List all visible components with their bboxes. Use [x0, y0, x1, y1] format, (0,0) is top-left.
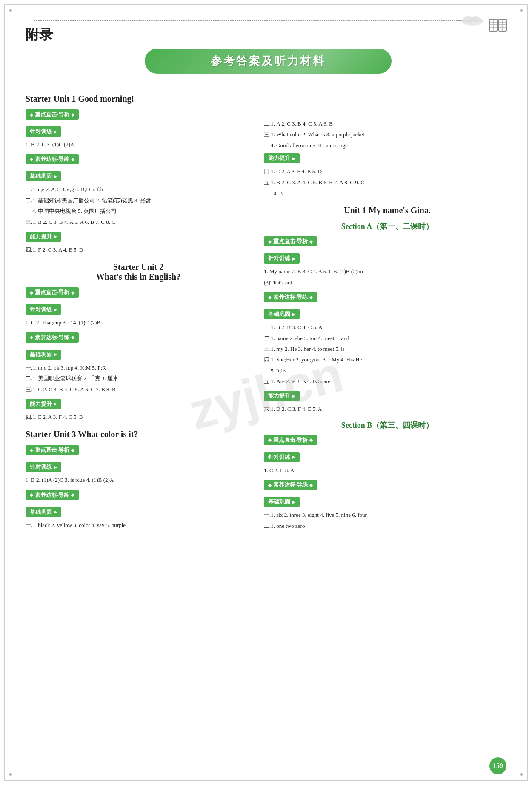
u1-jichu-line6: 五.1. Are 2. is 3. is 4. Is 5. are [264, 376, 511, 386]
unit1b-tag2-content: 1. C 2. B 3. A [264, 465, 511, 475]
nengli-content-2: 四.1. E 2. A 3. F 4. C 5. B [26, 412, 251, 422]
unit1-jichu-block: 基础巩固 一.1. B 2. B 3. C 4. C 5. A 二.1. nam… [264, 307, 511, 386]
starter-unit2-tag1-block: 重点直击·导析 [26, 285, 251, 300]
u1-jichu-line1: 一.1. B 2. B 3. C 4. C 5. A [264, 322, 511, 332]
starter-unit1-nengli-block: 能力提升 四.1. F 2. C 3. A 4. E 5. D [26, 229, 251, 255]
starter-unit1-tag2-block: 针对训练 1. B 2. C 3. (1)C (2)A [26, 124, 251, 149]
su1-right-line1: 二.1. A 2. C 3. B 4. C 5. A 6. B [264, 119, 511, 129]
starter-unit2-tag3-block: 素养达标·导练 [26, 330, 251, 345]
tag-zhendui-u1b: 针对训练 [264, 452, 300, 462]
starter-unit2-nengli-block: 能力提升 四.1. E 2. A 3. F 4. C 5. B [26, 397, 251, 422]
jichu-line1: 一.1. c;e 2. A;C 3. e;g 4. B;D 5. f;h [26, 184, 251, 194]
unit1-tag2-content: 1. My name 2. B 3. C 4. A 5. C 6. (1)B (… [264, 266, 511, 276]
su2-jichu-line1: 一.1. m;o 2. i;k 3. n;p 4. K;M 5. P;R [26, 363, 251, 372]
jichu-line4: 三.1. B 2. C 3. B 4. A 5. A 6. B 7. C 8. … [26, 217, 251, 227]
starter-unit1-tag2-content: 1. B 2. C 3. (1)C (2)A [26, 140, 251, 149]
unit1b-tag2-block: 针对训练 1. C 2. B 3. A [264, 450, 511, 475]
page-content: 附录 参考答案及听力材料 Starter Unit 1 Good morning… [0, 0, 532, 559]
starter-unit3-tag1-block: 重点直击·导析 [26, 443, 251, 457]
cloud-decoration [460, 13, 485, 27]
jichu-line3: 4. 中国中央电视台 5. 英国广播公司 [26, 206, 251, 216]
banner-wrapper: 参考答案及听力材料 [26, 49, 511, 74]
unit1-section-a: Section A（第一、二课时） [264, 221, 511, 232]
nengli-content-1: 四.1. F 2. C 3. A 4. E 5. D [26, 245, 251, 255]
tag-jichu-u1b: 基础巩固 [264, 497, 300, 507]
su1-right-nengli-line3: 10. B [264, 188, 511, 198]
tag-nengli-1: 能力提升 [26, 232, 61, 242]
banner-text: 参考答案及听力材料 [211, 55, 326, 67]
top-dotted-line [34, 20, 483, 21]
unit1-sectionb-header: Section B（第三、四课时） [264, 420, 511, 430]
tag-jichu-1: 基础巩固 [26, 171, 61, 181]
su1-right-nengli-line1: 四.1. C 2. A 3. F 4. B 5. D [264, 166, 511, 176]
tag-jichu-3: 基础巩固 [26, 507, 61, 517]
starter-unit2-tag2-content: 1. C 2. That;cup 3. C 4. (1)C (2)B [26, 318, 251, 327]
corner-dot-br [520, 773, 523, 776]
starter-unit3-section: Starter Unit 3 What color is it? [26, 430, 251, 439]
starter-unit1-tag3-block: 素养达标·导练 [26, 152, 251, 166]
unit1b-jichu-block: 基础巩固 一.1. six 2. three 3. eight 4. five … [264, 495, 511, 531]
tag-zhongdian-u1: 重点直击·导析 [264, 236, 317, 246]
tag-nengli-u1: 能力提升 [264, 391, 300, 401]
unit1-title: Unit 1 My name's Gina. [264, 206, 511, 215]
tag-suyang-u1: 素养达标·导练 [264, 292, 317, 302]
svg-point-12 [472, 16, 480, 23]
tag-zhendui-2: 针对训练 [26, 304, 61, 315]
starter-unit1-title: Starter Unit 1 Good morning! [26, 94, 251, 104]
unit1-tag3-block: 素养达标·导练 [264, 290, 511, 304]
page-number: 159 [489, 757, 506, 774]
su1-right-section: 二.1. A 2. C 3. B 4. C 5. A 6. B 三.1. Wha… [264, 119, 511, 150]
unit1-tag2-content2: (3)That's not [264, 278, 511, 287]
tag-suyang-1: 素养达标·导练 [26, 154, 79, 164]
starter-unit2-section: Starter Unit 2 What's this in English? [26, 262, 251, 282]
su1-right-line2: 三.1. What color 2. What is 3. a purple j… [264, 129, 511, 139]
tag-zhendui-u1: 针对训练 [264, 253, 300, 264]
u1-nengli-content: 六.1. D 2. C 3. F 4. E 5. A [264, 404, 511, 414]
tag-nengli-2: 能力提升 [26, 399, 61, 409]
tag-zhendui-3: 针对训练 [26, 462, 61, 472]
book-icon [487, 17, 509, 34]
tag-suyang-3: 素养达标·导练 [26, 490, 79, 500]
tag-zhongdian-2: 重点直击·导析 [26, 287, 79, 298]
su1-right-nengli-block: 能力提升 四.1. C 2. A 3. F 4. B 5. D 五.1. B 2… [264, 151, 511, 198]
starter-unit3-tag2-block: 针对训练 1. B 2. (1)A (2)C 3. is blue 4. (1)… [26, 460, 251, 485]
tag-suyang-u1b: 素养达标·导练 [264, 480, 317, 490]
su1-right-line3: 4. Good afternoon 5. It's an orange [264, 140, 511, 150]
unit1-tag2-block: 针对训练 1. My name 2. B 3. C 4. A 5. C 6. (… [264, 251, 511, 287]
tag-nengli-r1: 能力提升 [264, 153, 300, 163]
unit1-section-b: Section B（第三、四课时） [264, 420, 511, 430]
tag-zhongdian-u1b: 重点直击·导析 [264, 435, 317, 445]
corner-dot-bl [9, 773, 12, 776]
starter-unit2-jichu-block: 基础巩固 一.1. m;o 2. i;k 3. n;p 4. K;M 5. P;… [26, 347, 251, 394]
starter-unit3-tag2-content: 1. B 2. (1)A (2)C 3. is blue 4. (1)B (2)… [26, 475, 251, 485]
starter-unit2-title: Starter Unit 2 What's this in English? [26, 262, 251, 282]
page-title: 附录 [26, 26, 511, 44]
tag-zhongdian-1: 重点直击·导析 [26, 109, 79, 120]
corner-dot-tl [9, 9, 12, 12]
tag-zhongdian-3: 重点直击·导析 [26, 445, 79, 455]
left-column: Starter Unit 1 Good morning! 重点直击·导析 针对训… [26, 86, 251, 533]
unit1-nengli-block: 能力提升 六.1. D 2. C 3. F 4. E 5. A [264, 389, 511, 414]
starter-unit3-title: Starter Unit 3 What color is it? [26, 430, 251, 439]
u1-jichu-line4: 四.1. She;Her 2. you;your 3. I;My 4. His;… [264, 355, 511, 364]
starter-unit1-jichu-block: 基础巩固 一.1. c;e 2. A;C 3. e;g 4. B;D 5. f;… [26, 169, 251, 227]
corner-dot-tr [520, 9, 523, 12]
u1-jichu-line5: 5. It;its [264, 366, 511, 375]
jichu-line2: 二.1. 基础知识/美国广播公司 2. 铅笔(芯)碳黑 3. 光盘 [26, 195, 251, 205]
su2-jichu-line3: 三.1. C 2. C 3. B 4. C 5. A 6. C 7. B 8. … [26, 384, 251, 394]
u1-jichu-line2: 二.1. name 2. she 3. too 4. meet 5. and [264, 333, 511, 343]
tag-jichu-2: 基础巩固 [26, 350, 61, 360]
unit1-tag1-block: 重点直击·导析 [264, 234, 511, 249]
su3-jichu-line1: 一.1. black 2. yellow 3. color 4. say 5. … [26, 520, 251, 530]
starter-unit2-tag2-block: 针对训练 1. C 2. That;cup 3. C 4. (1)C (2)B [26, 302, 251, 327]
u1-jichu-line3: 三.1. my 2. He 3. her 4. to meet 5. is [264, 344, 511, 354]
u1b-jichu-line2: 二.1. one two zero [264, 521, 511, 531]
starter-unit3-jichu-block: 基础巩固 一.1. black 2. yellow 3. color 4. sa… [26, 505, 251, 530]
two-column-layout: Starter Unit 1 Good morning! 重点直击·导析 针对训… [26, 86, 511, 533]
right-column: 二.1. A 2. C 3. B 4. C 5. A 6. B 三.1. Wha… [264, 86, 511, 533]
unit1b-tag3-block: 素养达标·导练 [264, 478, 511, 492]
unit1b-tag1-block: 重点直击·导析 [264, 433, 511, 447]
u1b-jichu-line1: 一.1. six 2. three 3. eight 4. five 5. ni… [264, 510, 511, 520]
tag-suyang-2: 素养达标·导练 [26, 332, 79, 343]
tag-zhendui-1: 针对训练 [26, 126, 61, 137]
